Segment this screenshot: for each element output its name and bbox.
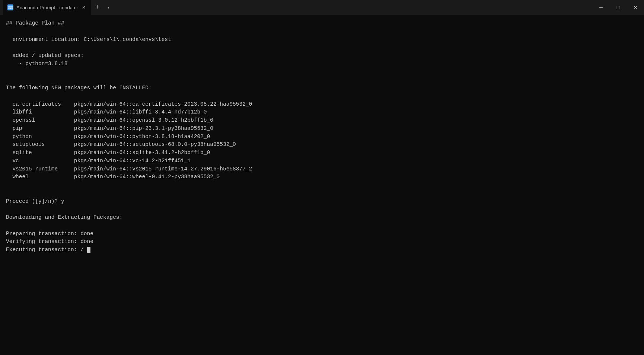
titlebar: ⌨ Anaconda Prompt - conda cr ✕ + ▾ ─ □ [0, 0, 644, 15]
terminal-window: ⌨ Anaconda Prompt - conda cr ✕ + ▾ ─ □ [0, 0, 644, 355]
window-controls: ─ □ ✕ [593, 0, 644, 15]
minimize-button[interactable]: ─ [593, 0, 610, 15]
terminal-body[interactable]: ## Package Plan ## environment location:… [0, 15, 644, 355]
tab-dropdown-button[interactable]: ▾ [103, 2, 114, 13]
tab-label: Anaconda Prompt - conda cr [16, 5, 78, 10]
terminal-output: ## Package Plan ## environment location:… [6, 19, 638, 254]
tab-close-button[interactable]: ✕ [81, 4, 87, 10]
active-tab[interactable]: ⌨ Anaconda Prompt - conda cr ✕ [3, 0, 91, 15]
new-tab-button[interactable]: + [91, 1, 103, 13]
close-button[interactable]: ✕ [627, 0, 644, 15]
maximize-button[interactable]: □ [610, 0, 627, 15]
tab-area: ⌨ Anaconda Prompt - conda cr ✕ + ▾ [3, 0, 644, 15]
tab-icon: ⌨ [7, 4, 13, 10]
